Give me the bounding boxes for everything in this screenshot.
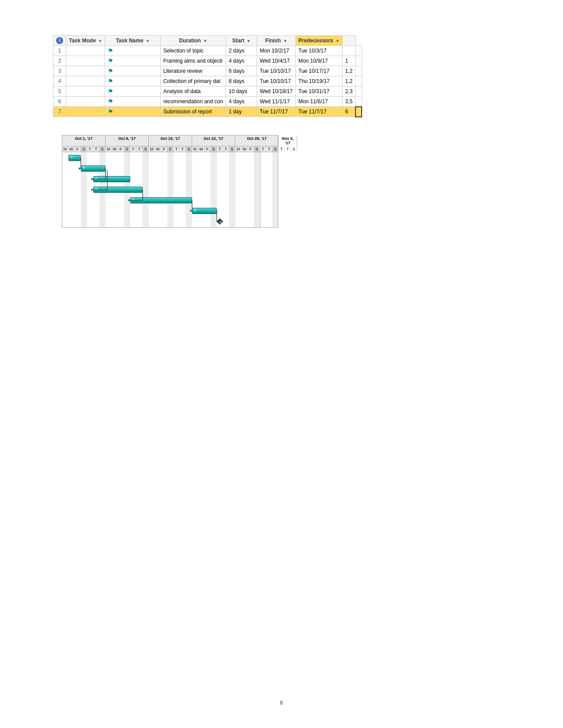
gantt-day-label: W xyxy=(242,146,248,152)
predecessors-header[interactable]: Predecessors ▼ xyxy=(295,36,342,46)
gantt-day-label: F xyxy=(118,146,124,152)
gantt-bar xyxy=(93,176,130,182)
row-number: 6 xyxy=(53,97,66,107)
gantt-bar xyxy=(130,197,192,203)
extra-cell xyxy=(355,107,362,117)
task-mode-header[interactable]: Task Mode ▼ xyxy=(66,36,105,46)
row-number: 1 xyxy=(53,46,66,56)
start-filter-icon[interactable]: ▼ xyxy=(247,39,251,43)
gantt-bar xyxy=(68,155,81,161)
start-cell: Tue 10/10/17 xyxy=(257,66,296,76)
gantt-period-label: Oct 1, '17 xyxy=(62,135,106,146)
table-row: 5⚑Analysis of data10 daysWed 10/18/17Tue… xyxy=(53,86,362,97)
row-number: 5 xyxy=(53,86,66,97)
row-number: 4 xyxy=(53,76,66,86)
table-row: 6⚑recommendation and con4 daysWed 11/1/1… xyxy=(53,97,362,107)
duration-cell: 8 days xyxy=(226,76,257,86)
gantt-day-label: T xyxy=(130,146,136,152)
gantt-day-label: W xyxy=(68,146,75,152)
row-info-cell xyxy=(66,76,105,86)
task-name-label: Task Name xyxy=(116,38,143,44)
finish-cell: Tue 10/31/17 xyxy=(295,86,342,97)
predecessors-cell: 3,5 xyxy=(342,97,355,107)
duration-cell: 10 days xyxy=(226,86,257,97)
info-icon: i xyxy=(56,37,63,44)
gantt-bar xyxy=(81,165,106,172)
task-mode-cell: ⚑ xyxy=(105,97,160,107)
gantt-table: i Task Mode ▼ Task Name ▼ Duration ▼ xyxy=(53,35,362,117)
finish-cell: Tue 10/3/17 xyxy=(295,46,342,56)
gantt-today-line xyxy=(260,152,261,227)
gantt-day-label: M xyxy=(106,146,112,152)
start-label: Start xyxy=(232,38,244,44)
gantt-day-label: F xyxy=(248,146,254,152)
task-mode-cell: ⚑ xyxy=(105,86,160,97)
gantt-day-label: T xyxy=(217,146,223,152)
gantt-day-label: M xyxy=(192,146,198,152)
predecessors-cell: 1,2 xyxy=(342,76,355,86)
start-header[interactable]: Start ▼ xyxy=(226,36,257,46)
extra-cell xyxy=(355,66,362,76)
duration-cell: 4 days xyxy=(226,56,257,66)
row-info-cell xyxy=(66,97,105,107)
task-mode-cell: ⚑ xyxy=(105,56,160,66)
finish-header[interactable]: Finish ▼ xyxy=(257,36,296,46)
duration-cell: 2 days xyxy=(226,46,257,56)
finish-filter-icon[interactable]: ▼ xyxy=(283,39,287,43)
gantt-day-label: T xyxy=(180,146,186,152)
gantt-day-label: T xyxy=(279,146,285,152)
duration-cell: 6 days xyxy=(226,66,257,76)
gantt-bar xyxy=(192,208,217,214)
gantt-header-row2: MWFSTTSMWFSTTSMWFSTTSMWFSTTSMWFSTTSTTS xyxy=(62,146,278,152)
task-name-cell: recommendation and con xyxy=(160,97,226,107)
task-mode-icon: ⚑ xyxy=(108,98,113,105)
task-name-cell: Analysis of data xyxy=(160,86,226,97)
predecessors-cell: 1,2 xyxy=(342,66,355,76)
row-number: 7 xyxy=(53,107,66,117)
task-name-header[interactable]: Task Name ▼ xyxy=(105,36,160,46)
finish-cell: Tue 10/17/17 xyxy=(295,66,342,76)
task-name-filter-icon[interactable]: ▼ xyxy=(146,39,150,43)
finish-label: Finish xyxy=(265,38,281,44)
duration-filter-icon[interactable]: ▼ xyxy=(203,39,207,43)
gantt-bar xyxy=(93,187,143,193)
gantt-day-label: S xyxy=(272,146,279,152)
predecessors-label: Predecessors xyxy=(299,38,333,44)
gantt-day-label: T xyxy=(87,146,93,152)
duration-cell: 1 day xyxy=(226,107,257,117)
task-mode-filter-icon[interactable]: ▼ xyxy=(98,39,102,43)
row-number: 2 xyxy=(53,56,66,66)
row-info-cell xyxy=(66,86,105,97)
predecessors-filter-icon[interactable]: ▼ xyxy=(336,39,340,43)
start-cell: Tue 11/7/17 xyxy=(257,107,296,117)
gantt-day-label: T xyxy=(136,146,143,152)
gantt-period-label: Oct 8, '17 xyxy=(106,135,149,146)
extra-cell xyxy=(355,86,362,97)
start-cell: Wed 10/18/17 xyxy=(257,86,296,97)
task-mode-icon: ⚑ xyxy=(108,108,113,115)
task-name-cell: Selection of topic xyxy=(160,46,226,56)
gantt-day-label: S xyxy=(254,146,260,152)
gantt-day-label: S xyxy=(186,146,192,152)
gantt-bar xyxy=(217,218,223,224)
table-row: 4⚑Collection of primary dat8 daysTue 10/… xyxy=(53,76,362,86)
gantt-day-label: S xyxy=(167,146,174,152)
predecessors-cell: 1 xyxy=(342,56,355,66)
gantt-period-label: Oct 15, '17 xyxy=(149,135,192,146)
gantt-day-label: S xyxy=(99,146,106,152)
start-cell: Wed 10/4/17 xyxy=(257,56,296,66)
gantt-day-label: F xyxy=(161,146,167,152)
gantt-day-label: S xyxy=(211,146,217,152)
finish-cell: Mon 11/6/17 xyxy=(295,97,342,107)
table-row: 3⚑Literature review6 daysTue 10/10/17Tue… xyxy=(53,66,362,76)
gantt-day-label: F xyxy=(75,146,81,152)
gantt-header-row1: Oct 1, '17Oct 8, '17Oct 15, '17Oct 22, '… xyxy=(62,135,278,146)
extra-header xyxy=(342,36,355,46)
duration-header[interactable]: Duration ▼ xyxy=(160,36,226,46)
page-number: 6 xyxy=(280,700,283,706)
finish-cell: Tue 11/7/17 xyxy=(295,107,342,117)
task-name-cell: Submission of report xyxy=(160,107,226,117)
task-mode-cell: ⚑ xyxy=(105,76,160,86)
gantt-day-label: W xyxy=(112,146,118,152)
gantt-day-label: S xyxy=(124,146,130,152)
